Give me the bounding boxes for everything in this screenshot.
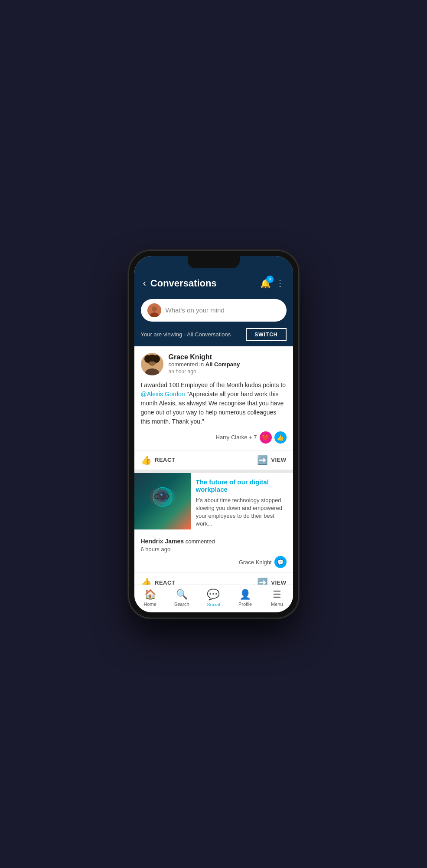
- nav-label-social: Social: [207, 602, 220, 607]
- phone-frame: ‹ Conversations 🔔 8 ⋮ W: [129, 251, 298, 618]
- nav-item-home[interactable]: 🏠 Home: [138, 589, 162, 607]
- article-excerpt-1: It's about time technology stopped slowi…: [196, 496, 288, 528]
- thumbs-up-icon: 👍: [141, 455, 152, 465]
- nav-item-menu[interactable]: ☰ Menu: [265, 589, 289, 607]
- svg-point-1: [152, 306, 157, 312]
- post-input[interactable]: What's on your mind: [141, 299, 287, 322]
- svg-point-17: [158, 488, 176, 506]
- view-label: VIEW: [271, 457, 286, 463]
- meta-channel: All Company: [205, 361, 240, 368]
- article-body-1: The future of our digital workplace It's…: [191, 473, 293, 533]
- article-footer-1: Hendrix James commented 6 hours ago Grac…: [134, 533, 293, 572]
- home-icon: 🏠: [144, 589, 156, 600]
- article-card-1: The future of our digital workplace It's…: [134, 473, 293, 585]
- nav-label-search: Search: [174, 602, 189, 607]
- view-icon: ➡️: [257, 455, 268, 465]
- post-user-avatar: [147, 303, 161, 317]
- post-time: an hour ago: [169, 368, 240, 375]
- react-label: REACT: [155, 457, 175, 463]
- article-view-button-1[interactable]: ➡️ VIEW: [257, 577, 287, 584]
- nav-label-profile: Profile: [238, 602, 252, 607]
- user-info: Grace Knight commented in All Company an…: [169, 353, 240, 375]
- article-view-label-1: VIEW: [271, 579, 286, 585]
- article-commenter: Hendrix James: [141, 538, 184, 545]
- post-bar: What's on your mind: [134, 296, 293, 328]
- article-top: The future of our digital workplace It's…: [134, 473, 293, 533]
- article-thumbs-up-icon-1: 👍: [141, 577, 152, 584]
- article-image-1: [134, 473, 191, 529]
- nav-label-home: Home: [143, 602, 156, 607]
- article-title-1[interactable]: The future of our digital workplace: [196, 478, 288, 493]
- post-mention[interactable]: @Alexis Gordon: [141, 391, 185, 398]
- user-meta: commented in All Company: [169, 361, 240, 368]
- nav-label-menu: Menu: [271, 602, 283, 607]
- notification-bell[interactable]: 🔔 8: [260, 278, 271, 289]
- post-card: Grace Knight commented in All Company an…: [134, 346, 293, 470]
- article-react-label-1: REACT: [155, 579, 175, 585]
- page-title: Conversations: [150, 278, 256, 289]
- article-comment-suffix: commented: [184, 538, 215, 545]
- post-card-content: Grace Knight commented in All Company an…: [134, 346, 293, 450]
- header-icons: 🔔 8 ⋮: [260, 278, 284, 289]
- nav-item-social[interactable]: 💬 Social: [202, 589, 225, 607]
- article-card-actions-1: 👍 REACT ➡️ VIEW: [134, 572, 293, 584]
- back-button[interactable]: ‹: [143, 278, 146, 289]
- card-actions: 👍 REACT ➡️ VIEW: [134, 450, 293, 470]
- phone-screen: ‹ Conversations 🔔 8 ⋮ W: [134, 256, 293, 612]
- article-react-button-1[interactable]: 👍 REACT: [141, 577, 176, 584]
- article-time-ago: 6 hours ago: [141, 546, 287, 552]
- switch-button[interactable]: SWITCH: [246, 328, 286, 341]
- bottom-nav: 🏠 Home 🔍 Search 💬 Social 👤 Profile ☰ Men…: [134, 585, 293, 612]
- post-body: I awarded 100 Employee of the Month kudo…: [141, 381, 287, 426]
- nav-item-profile[interactable]: 👤 Profile: [233, 589, 257, 607]
- notification-badge: 8: [266, 276, 274, 283]
- more-options-icon[interactable]: ⋮: [276, 279, 284, 288]
- post-body-plain: I awarded 100 Employee of the Month kudo…: [141, 381, 286, 388]
- filter-bar: Your are viewing - All Conversations SWI…: [134, 328, 293, 346]
- filter-text: Your are viewing - All Conversations: [141, 331, 231, 338]
- search-icon: 🔍: [176, 589, 188, 600]
- avatar: [141, 353, 163, 375]
- thumb-reaction[interactable]: 👍: [274, 431, 287, 444]
- reactions-names: Harry Clarke + 7: [216, 434, 257, 441]
- meta-prefix: commented in: [169, 361, 205, 368]
- feed: Grace Knight commented in All Company an…: [134, 346, 293, 585]
- post-placeholder-text: What's on your mind: [166, 306, 225, 314]
- reactor-name: Grace Knight: [239, 559, 272, 566]
- nav-item-search[interactable]: 🔍 Search: [170, 589, 194, 607]
- article-reactor: Grace Knight 💬: [141, 556, 287, 568]
- user-name: Grace Knight: [169, 353, 240, 361]
- profile-icon: 👤: [239, 589, 251, 600]
- reactor-chat-icon[interactable]: 💬: [274, 556, 287, 568]
- article-view-icon-1: ➡️: [257, 577, 268, 584]
- post-header: Grace Knight commented in All Company an…: [141, 353, 287, 375]
- tech-image: [134, 473, 191, 529]
- notch: [188, 256, 240, 268]
- react-button[interactable]: 👍 REACT: [141, 455, 176, 465]
- social-icon: 💬: [207, 589, 220, 601]
- view-button[interactable]: ➡️ VIEW: [257, 455, 287, 465]
- reactions-row: Harry Clarke + 7 ❤️ 👍: [141, 431, 287, 444]
- menu-icon: ☰: [273, 589, 281, 600]
- svg-point-8: [148, 355, 156, 362]
- heart-reaction[interactable]: ❤️: [260, 431, 272, 444]
